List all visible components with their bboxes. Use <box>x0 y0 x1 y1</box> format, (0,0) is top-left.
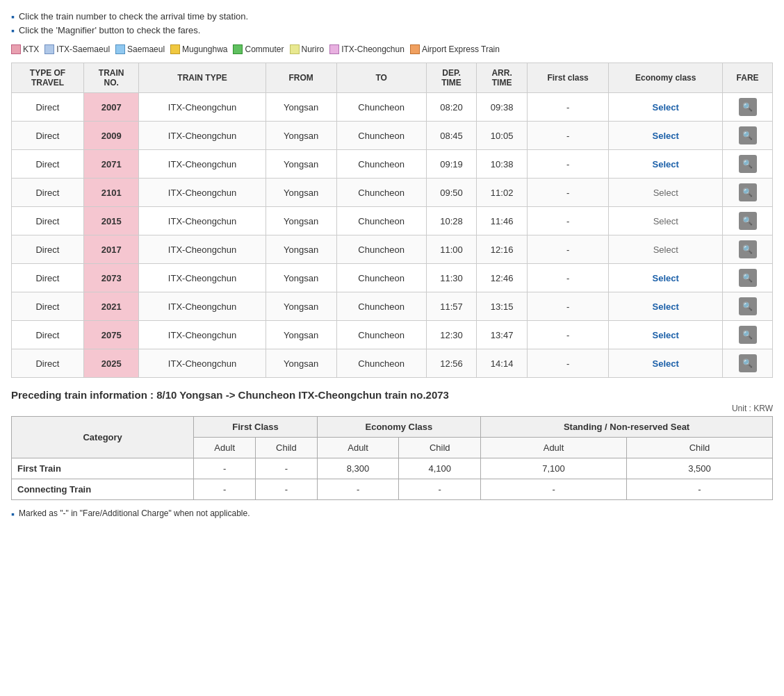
economy-select[interactable]: Select <box>609 349 723 378</box>
dep-time: 12:56 <box>426 349 477 378</box>
economy-select[interactable]: Select <box>609 93 723 122</box>
train-number[interactable]: 2101 <box>83 179 138 207</box>
type-of-travel: Direct <box>12 264 84 292</box>
table-row: Direct2017ITX-CheongchunYongsanChuncheon… <box>12 235 773 264</box>
instruction-line1: Click the train number to check the arri… <box>11 11 773 22</box>
fare-magnifier-button[interactable]: 🔍 <box>739 98 757 116</box>
first-class: - <box>527 349 608 378</box>
table-row: Direct2015ITX-CheongchunYongsanChuncheon… <box>12 207 773 235</box>
fare-magnifier[interactable]: 🔍 <box>723 292 773 321</box>
fare-magnifier[interactable]: 🔍 <box>723 349 773 378</box>
fare-row-label: First Train <box>12 458 194 479</box>
economy-select[interactable]: Select <box>609 150 723 179</box>
from-station: Yongsan <box>266 122 336 150</box>
fare-magnifier-button[interactable]: 🔍 <box>739 297 757 315</box>
train-number[interactable]: 2021 <box>83 292 138 321</box>
fare-cell: 7,100 <box>481 458 627 479</box>
to-station: Chuncheon <box>336 93 426 122</box>
fare-cell: - <box>399 479 481 500</box>
first-class: - <box>527 292 608 321</box>
economy-select[interactable]: Select <box>609 264 723 292</box>
fare-magnifier-button[interactable]: 🔍 <box>739 240 757 258</box>
fare-cell: 4,100 <box>399 458 481 479</box>
fare-magnifier-button[interactable]: 🔍 <box>739 212 757 230</box>
from-station: Yongsan <box>266 207 336 235</box>
to-station: Chuncheon <box>336 321 426 349</box>
legend-swatch <box>233 44 243 54</box>
fare-magnifier-button[interactable]: 🔍 <box>739 354 757 372</box>
fare-magnifier-button[interactable]: 🔍 <box>739 326 757 344</box>
from-station: Yongsan <box>266 235 336 264</box>
to-station: Chuncheon <box>336 264 426 292</box>
column-header: TRAIN TYPE <box>139 63 266 93</box>
fare-cell: - <box>194 479 256 500</box>
instructions-section: Click the train number to check the arri… <box>11 11 773 36</box>
type-of-travel: Direct <box>12 150 84 179</box>
train-number[interactable]: 2007 <box>83 93 138 122</box>
legend-swatch <box>115 44 125 54</box>
train-type: ITX-Cheongchun <box>139 235 266 264</box>
from-station: Yongsan <box>266 93 336 122</box>
fare-magnifier[interactable]: 🔍 <box>723 235 773 264</box>
to-station: Chuncheon <box>336 179 426 207</box>
economy-select[interactable]: Select <box>609 321 723 349</box>
fare-magnifier-button[interactable]: 🔍 <box>739 269 757 287</box>
fare-magnifier-button[interactable]: 🔍 <box>739 126 757 144</box>
fare-row: First Train--8,3004,1007,1003,500 <box>12 458 773 479</box>
column-header: First class <box>527 63 608 93</box>
fare-magnifier[interactable]: 🔍 <box>723 122 773 150</box>
fare-subheader: Adult <box>317 438 399 458</box>
economy-select[interactable]: Select <box>609 179 723 207</box>
train-schedule-table: TYPE OFTRAVELTRAINNO.TRAIN TYPEFROMTODEP… <box>11 63 773 378</box>
fare-subheader: Child <box>627 438 773 458</box>
fare-magnifier[interactable]: 🔍 <box>723 207 773 235</box>
economy-select[interactable]: Select <box>609 122 723 150</box>
fare-magnifier[interactable]: 🔍 <box>723 264 773 292</box>
train-type: ITX-Cheongchun <box>139 292 266 321</box>
type-of-travel: Direct <box>12 292 84 321</box>
economy-select[interactable]: Select <box>609 235 723 264</box>
train-number[interactable]: 2025 <box>83 349 138 378</box>
fare-subheader: Child <box>256 438 318 458</box>
type-of-travel: Direct <box>12 349 84 378</box>
fare-magnifier[interactable]: 🔍 <box>723 150 773 179</box>
type-of-travel: Direct <box>12 321 84 349</box>
train-type: ITX-Cheongchun <box>139 179 266 207</box>
economy-select[interactable]: Select <box>609 207 723 235</box>
train-number[interactable]: 2071 <box>83 150 138 179</box>
first-class: - <box>527 235 608 264</box>
dep-time: 09:50 <box>426 179 477 207</box>
arr-time: 10:38 <box>477 150 528 179</box>
legend-label: ITX-Saemaeul <box>56 44 110 54</box>
train-number[interactable]: 2073 <box>83 264 138 292</box>
train-type: ITX-Cheongchun <box>139 207 266 235</box>
train-type: ITX-Cheongchun <box>139 150 266 179</box>
column-header: ARR.TIME <box>477 63 528 93</box>
train-number[interactable]: 2015 <box>83 207 138 235</box>
train-type: ITX-Cheongchun <box>139 93 266 122</box>
first-class: - <box>527 122 608 150</box>
type-of-travel: Direct <box>12 93 84 122</box>
from-station: Yongsan <box>266 179 336 207</box>
fare-magnifier[interactable]: 🔍 <box>723 93 773 122</box>
legend-label: Commuter <box>245 44 284 54</box>
first-class: - <box>527 179 608 207</box>
train-number[interactable]: 2075 <box>83 321 138 349</box>
fare-magnifier[interactable]: 🔍 <box>723 179 773 207</box>
column-header: DEP.TIME <box>426 63 477 93</box>
to-station: Chuncheon <box>336 207 426 235</box>
train-number[interactable]: 2017 <box>83 235 138 264</box>
fare-magnifier-button[interactable]: 🔍 <box>739 155 757 173</box>
fare-magnifier[interactable]: 🔍 <box>723 321 773 349</box>
preceding-title: Preceding train information : 8/10 Yongs… <box>11 389 773 401</box>
from-station: Yongsan <box>266 264 336 292</box>
train-type: ITX-Cheongchun <box>139 122 266 150</box>
train-number[interactable]: 2009 <box>83 122 138 150</box>
fare-table: Category First Class Economy Class Stand… <box>11 416 773 500</box>
legend-swatch <box>170 44 180 54</box>
fare-cell: - <box>627 479 773 500</box>
fare-magnifier-button[interactable]: 🔍 <box>739 183 757 201</box>
from-station: Yongsan <box>266 150 336 179</box>
economy-select[interactable]: Select <box>609 292 723 321</box>
fare-subheader: Adult <box>481 438 627 458</box>
